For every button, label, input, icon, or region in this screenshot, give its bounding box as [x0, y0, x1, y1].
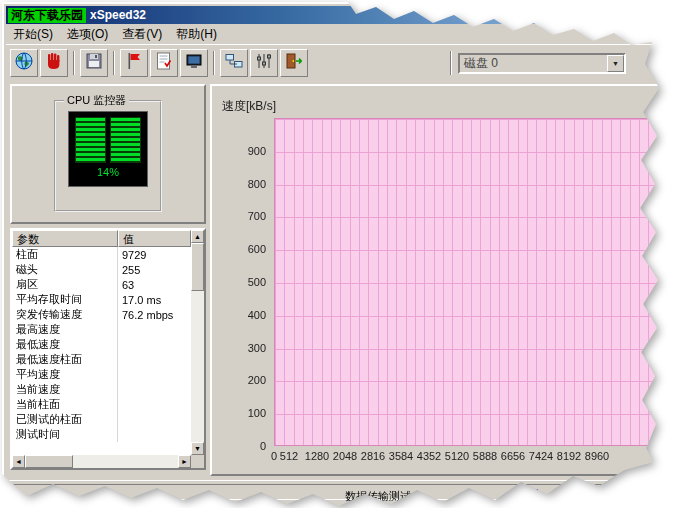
y-tick-label: 700 [220, 210, 266, 222]
toolbar-separator [73, 51, 75, 75]
table-row[interactable]: 柱面 9729 [12, 247, 191, 262]
table-row[interactable]: 平均存取时间 17.0 ms [12, 292, 191, 307]
app-window: 河东下载乐园 xSpeed32 开始(S) 选项(O) 查看(V) 帮助(H) [2, 2, 662, 508]
cpu-bar [75, 117, 106, 163]
network-button[interactable] [220, 49, 248, 77]
chevron-down-icon: ▼ [612, 60, 619, 67]
scroll-track[interactable] [191, 291, 204, 442]
toolbar-separator [213, 51, 215, 75]
y-tick-label: 0 [220, 440, 266, 452]
scroll-up-button[interactable]: ▲ [191, 230, 204, 243]
param-value: 9729 [118, 249, 191, 261]
menu-view[interactable]: 查看(V) [115, 25, 169, 44]
param-name: 测试时间 [12, 427, 118, 442]
report-icon [154, 51, 174, 74]
scroll-right-button[interactable]: ► [178, 455, 191, 468]
table-row[interactable]: 最低速度 [12, 337, 191, 352]
levels-icon [254, 51, 274, 74]
param-name: 当前柱面 [12, 397, 118, 412]
horizontal-scroll-thumb[interactable] [25, 455, 73, 468]
x-tick-label: 0 [271, 450, 277, 462]
scroll-left-button[interactable]: ◄ [12, 455, 25, 468]
parameters-panel: 参数 值 柱面 9729 磁头 255 扇区 63 平均存取时间 17.0 ms… [10, 228, 206, 470]
x-tick-label: 4352 [417, 450, 441, 462]
window-title: xSpeed32 [90, 8, 146, 22]
chart-y-axis-label: 速度[kB/s] [222, 98, 276, 115]
x-tick-label: 8960 [585, 450, 609, 462]
device-button[interactable] [180, 49, 208, 77]
param-name: 磁头 [12, 262, 118, 277]
x-tick-label: 3584 [389, 450, 413, 462]
param-name: 最低速度柱面 [12, 352, 118, 367]
table-row[interactable]: 突发传输速度 76.2 mbps [12, 307, 191, 322]
table-row[interactable]: 测试时间 [12, 427, 191, 442]
table-row[interactable]: 扇区 63 [12, 277, 191, 292]
chart-plot-area [274, 118, 660, 446]
report-button[interactable] [150, 49, 178, 77]
connect-button[interactable] [10, 49, 38, 77]
status-bar: 数据传输测试 [6, 480, 660, 502]
disk-select-combobox[interactable]: 磁盘 0 ▼ [458, 53, 626, 74]
param-value: 76.2 mbps [118, 309, 191, 321]
disk-select-value: 磁盘 0 [460, 55, 607, 72]
x-tick-label: 5888 [473, 450, 497, 462]
table-row[interactable]: 最低速度柱面 [12, 352, 191, 367]
menu-bar: 开始(S) 选项(O) 查看(V) 帮助(H) [6, 25, 660, 43]
column-header-param[interactable]: 参数 [12, 230, 118, 247]
table-row[interactable]: 已测试的柱面 [12, 412, 191, 427]
menu-help[interactable]: 帮助(H) [169, 25, 224, 44]
x-tick-label: 1280 [305, 450, 329, 462]
cpu-usage-value: 14% [97, 166, 119, 178]
globe-icon [14, 51, 34, 74]
scroll-down-button[interactable]: ▼ [191, 442, 204, 455]
save-button[interactable] [80, 49, 108, 77]
y-tick-label: 600 [220, 243, 266, 255]
flag-button[interactable] [120, 49, 148, 77]
title-bar: 河东下载乐园 xSpeed32 [6, 6, 660, 24]
table-row[interactable]: 当前速度 [12, 382, 191, 397]
param-name: 柱面 [12, 247, 118, 262]
stop-button[interactable] [40, 49, 68, 77]
vertical-scrollbar[interactable]: ▲ ▼ [191, 230, 204, 455]
vertical-scroll-thumb[interactable] [191, 243, 204, 291]
scroll-track[interactable] [73, 455, 178, 468]
param-value: 255 [118, 264, 191, 276]
combo-dropdown-button[interactable]: ▼ [607, 55, 624, 72]
table-header: 参数 值 [12, 230, 191, 247]
cpu-monitor-title: CPU 监控器 [64, 93, 129, 108]
x-tick-label: 7424 [529, 450, 553, 462]
menu-options[interactable]: 选项(O) [60, 25, 115, 44]
column-header-value[interactable]: 值 [118, 230, 191, 247]
exit-button[interactable] [280, 49, 308, 77]
y-tick-label: 400 [220, 309, 266, 321]
y-tick-label: 300 [220, 342, 266, 354]
menu-start[interactable]: 开始(S) [6, 25, 60, 44]
y-tick-label: 800 [220, 178, 266, 190]
param-name: 平均存取时间 [12, 292, 118, 307]
parameters-table: 参数 值 柱面 9729 磁头 255 扇区 63 平均存取时间 17.0 ms… [12, 230, 191, 455]
y-tick-label: 500 [220, 276, 266, 288]
param-name: 当前速度 [12, 382, 118, 397]
y-tick-label: 100 [220, 407, 266, 419]
status-text: 数据传输测试 [345, 489, 411, 504]
flag-icon [124, 51, 144, 74]
param-name: 平均速度 [12, 367, 118, 382]
device-icon [184, 51, 204, 74]
x-tick-label: 5120 [445, 450, 469, 462]
param-name: 扇区 [12, 277, 118, 292]
table-row[interactable]: 平均速度 [12, 367, 191, 382]
toolbar: 磁盘 0 ▼ [6, 44, 660, 80]
table-row[interactable]: 最高速度 [12, 322, 191, 337]
scrollbar-corner [191, 455, 204, 468]
table-row[interactable]: 磁头 255 [12, 262, 191, 277]
levels-button[interactable] [250, 49, 278, 77]
toolbar-separator [450, 51, 452, 75]
horizontal-scrollbar[interactable]: ◄ ► [12, 455, 191, 468]
param-value: 17.0 ms [118, 294, 191, 306]
table-row[interactable]: 当前柱面 [12, 397, 191, 412]
progress-marker [525, 489, 538, 499]
cpu-monitor-panel: CPU 监控器 14% [10, 84, 206, 224]
status-cell: 数据传输测试 [10, 484, 656, 500]
x-tick-label: 2048 [333, 450, 357, 462]
cpu-led-bars [75, 117, 141, 163]
